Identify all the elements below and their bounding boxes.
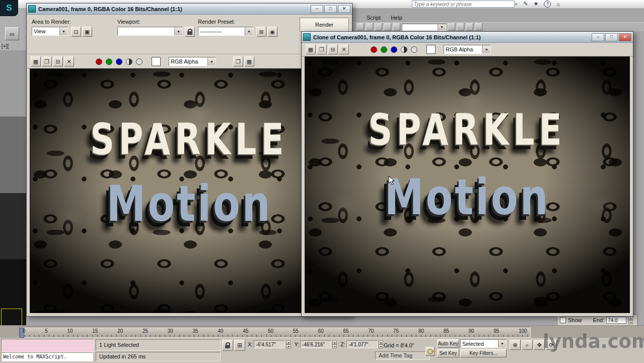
toolbar-icon[interactable] bbox=[384, 23, 391, 31]
viewport-lock-button[interactable] bbox=[185, 27, 195, 37]
toolbar-icon[interactable] bbox=[475, 23, 482, 31]
end-spinner[interactable]: ▲ ▼ bbox=[628, 316, 633, 324]
clear-image-button[interactable]: ✕ bbox=[339, 44, 349, 54]
maximize-button[interactable]: □ bbox=[605, 33, 618, 41]
toolbar-icon[interactable] bbox=[356, 23, 364, 31]
close-button[interactable]: ✕ bbox=[619, 33, 631, 41]
environment-button[interactable]: ◉ bbox=[267, 27, 277, 37]
set-key-button[interactable]: Set Key bbox=[437, 349, 459, 357]
spin-up-icon[interactable]: ▲ bbox=[332, 340, 337, 344]
z-coordinate-field[interactable]: -4'1.077" bbox=[346, 340, 378, 348]
close-button[interactable]: ✕ bbox=[338, 5, 350, 13]
add-time-tag-field[interactable]: Add Time Tag bbox=[375, 351, 430, 360]
green-channel-button[interactable] bbox=[104, 57, 113, 66]
print-image-button[interactable]: ⊟ bbox=[53, 56, 63, 67]
x-coordinate-field[interactable]: -6'4.517" bbox=[254, 340, 285, 348]
title-text-line1: SPARKLE bbox=[90, 114, 288, 165]
zoom-region-icon[interactable]: ⌕ bbox=[522, 340, 533, 350]
edit-region-button[interactable]: ⊡ bbox=[71, 27, 81, 37]
minimize-button[interactable]: – bbox=[592, 33, 604, 41]
save-image-button[interactable]: ▦ bbox=[31, 56, 41, 67]
clone-window-button[interactable]: ❐ bbox=[42, 56, 52, 67]
status-message: Updated in 265 ms bbox=[96, 352, 221, 361]
window-title: Clone of Camera001, frame 0, RGBA Color … bbox=[313, 34, 592, 40]
print-image-button[interactable]: ⊟ bbox=[328, 44, 338, 54]
red-channel-button[interactable] bbox=[369, 45, 378, 54]
blue-channel-button[interactable] bbox=[114, 57, 123, 66]
absolute-mode-button[interactable]: ⊞ bbox=[234, 340, 245, 351]
background-color-swatch[interactable] bbox=[426, 45, 436, 54]
auto-key-button[interactable]: Auto Key bbox=[437, 339, 459, 348]
toolbar-icon[interactable] bbox=[466, 23, 473, 31]
show-checkbox[interactable] bbox=[560, 317, 566, 323]
toolbar-icon[interactable] bbox=[457, 23, 464, 31]
channel-display-dropdown[interactable]: RGB Alpha ▼ bbox=[444, 45, 491, 54]
spin-down-icon[interactable]: ▼ bbox=[628, 320, 633, 324]
3dsmax-logo-icon[interactable]: S bbox=[0, 0, 18, 16]
spin-down-icon[interactable]: ▼ bbox=[379, 344, 383, 348]
help-icon[interactable]: ? bbox=[544, 1, 551, 8]
x-spinner[interactable]: ▲ ▼ bbox=[286, 340, 291, 348]
spin-up-icon[interactable]: ▲ bbox=[628, 316, 633, 320]
window-titlebar[interactable]: Clone of Camera001, frame 0, RGBA Color … bbox=[302, 32, 633, 43]
clone-window-button[interactable]: ❐ bbox=[317, 44, 327, 54]
search-input[interactable] bbox=[412, 1, 515, 8]
channel-display-dropdown[interactable]: RGB Alpha ▼ bbox=[169, 57, 216, 66]
spin-up-icon[interactable]: ▲ bbox=[379, 340, 383, 344]
background-color-swatch[interactable] bbox=[152, 57, 161, 66]
red-channel-button[interactable] bbox=[94, 57, 103, 66]
timeline-ticks[interactable]: 0510152025303540455055606570758085909510… bbox=[23, 328, 527, 334]
end-value-field[interactable]: 74.0 bbox=[606, 317, 626, 324]
key-filters-button[interactable]: Key Filters... bbox=[460, 349, 507, 357]
spin-up-icon[interactable]: ▲ bbox=[286, 340, 291, 344]
timeline-ruler[interactable]: 0510152025303540455055606570758085909510… bbox=[19, 327, 531, 338]
favorites-icon[interactable]: ★ bbox=[533, 1, 538, 7]
selection-lock-button[interactable] bbox=[222, 340, 233, 351]
save-image-button[interactable]: ▦ bbox=[306, 44, 316, 54]
mono-channel-button[interactable] bbox=[124, 57, 133, 66]
key-selection-dropdown[interactable]: Selected ▼ bbox=[460, 339, 507, 348]
green-channel-button[interactable] bbox=[379, 45, 388, 54]
area-to-render-dropdown[interactable]: View ▼ bbox=[32, 27, 68, 36]
layers-button[interactable]: ❐ bbox=[233, 56, 243, 67]
auto-region-button[interactable]: ▣ bbox=[82, 27, 92, 37]
macro-recorder-field[interactable] bbox=[1, 339, 94, 352]
toolbar-icon[interactable] bbox=[366, 23, 373, 31]
search-icon[interactable]: ⌕ bbox=[515, 1, 518, 7]
alpha-channel-button[interactable] bbox=[134, 57, 144, 66]
chevron-down-icon: ▼ bbox=[245, 27, 253, 35]
minimize-button[interactable]: – bbox=[311, 5, 323, 13]
y-coordinate-field[interactable]: -46'6.216" bbox=[300, 340, 331, 348]
zoom-icon[interactable]: ⊕ bbox=[510, 340, 521, 350]
desktop: ⌕ ✎ ★ ? ⌂ S Script Help ▼ ∞ [+][ bbox=[0, 0, 644, 363]
maximize-button[interactable]: □ bbox=[324, 5, 337, 13]
snapshot-button[interactable]: ▦ bbox=[244, 56, 254, 67]
set-keys-button[interactable] bbox=[425, 347, 435, 356]
channel-display-value: RGB Alpha bbox=[444, 46, 482, 52]
spin-down-icon[interactable]: ▼ bbox=[332, 344, 337, 348]
maxscript-listener-field[interactable]: Welcome to MAXScript. bbox=[1, 352, 93, 361]
render-setup-button[interactable]: ⊞ bbox=[256, 27, 266, 37]
mono-channel-button[interactable] bbox=[399, 45, 408, 54]
render-preset-dropdown[interactable]: ------------ ▼ bbox=[198, 27, 253, 36]
render-preset-value: ------------ bbox=[198, 28, 245, 34]
toolbar-icon[interactable] bbox=[393, 23, 400, 31]
z-spinner[interactable]: ▲ ▼ bbox=[379, 340, 383, 348]
clear-image-button[interactable]: ✕ bbox=[64, 56, 74, 67]
communication-icon[interactable]: ✎ bbox=[523, 1, 528, 7]
y-spinner[interactable]: ▲ ▼ bbox=[332, 340, 337, 348]
menu-item-maxscript[interactable]: Script bbox=[367, 15, 381, 21]
link-icon[interactable]: ∞ bbox=[5, 27, 19, 40]
toolbar-icon[interactable] bbox=[375, 23, 382, 31]
alpha-channel-button[interactable] bbox=[409, 45, 418, 54]
selection-set-dropdown[interactable]: ▼ bbox=[402, 24, 446, 31]
viewport-dropdown[interactable]: ▼ bbox=[117, 27, 183, 36]
blue-channel-button[interactable] bbox=[389, 45, 398, 54]
viewport-background[interactable] bbox=[0, 50, 26, 325]
window-titlebar[interactable]: Camera001, frame 0, RGBA Color 16 Bits/C… bbox=[27, 4, 352, 15]
menu-item-help[interactable]: Help bbox=[391, 15, 402, 21]
toolbar-icon[interactable] bbox=[448, 23, 455, 31]
spin-down-icon[interactable]: ▼ bbox=[286, 344, 291, 348]
render-button[interactable]: Render bbox=[300, 18, 349, 32]
home-icon[interactable]: ⌂ bbox=[556, 1, 560, 7]
